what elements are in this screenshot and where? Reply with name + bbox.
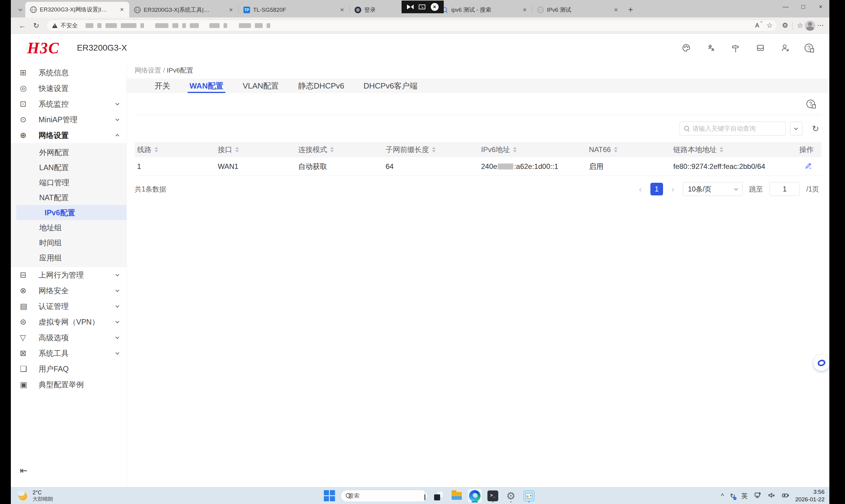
start-button[interactable] [323,489,336,503]
new-tab-button[interactable]: + [628,5,633,15]
network-icon[interactable] [754,491,761,500]
picture-in-picture-icon[interactable]: ↘ [419,4,425,9]
favorite-star-icon[interactable]: ☆ [767,21,773,30]
theme-palette-icon[interactable] [681,43,691,53]
browser-menu-icon[interactable]: ⋯ [817,21,824,30]
current-page-button[interactable]: 1 [650,183,663,195]
browser-tab-3[interactable]: TP TL-SG5820F × [239,2,349,17]
sidebar-item-system-info[interactable]: ⊞ 系统信息 [11,65,126,80]
ime-indicator[interactable]: 英 [741,492,748,500]
minimize-button[interactable]: — [777,0,794,13]
tab-wan-config[interactable]: WAN配置 [190,78,224,93]
sidebar-item-time-group[interactable]: 时间组 [11,235,126,250]
sort-icon[interactable] [330,147,334,152]
extensions-icon[interactable]: ⚙ [782,21,788,30]
column-header-nat66[interactable]: NAT66 [586,142,671,157]
next-page-button[interactable]: › [670,184,676,194]
close-window-button[interactable]: × [812,0,829,13]
help-icon[interactable]: ? [805,44,813,52]
weather-widget[interactable]: 2°C 大部晴朗 [11,489,137,503]
back-button[interactable]: ← [16,20,28,32]
language-switch-icon[interactable] [706,43,716,53]
column-header-link-local[interactable]: 链路本地地址 [671,142,779,157]
sidebar-item-port-management[interactable]: 端口管理 [11,175,126,190]
sidebar-item-system-tools[interactable]: ⊠ 系统工具 [11,345,126,361]
sidebar-item-advanced-options[interactable]: ▽ 高级选项 [11,330,126,345]
skip-media-icon[interactable] [407,4,413,9]
sidebar-item-lan-config[interactable]: LAN配置 [11,160,126,175]
keyword-search-box[interactable] [680,122,786,136]
sidebar-item-auth-management[interactable]: ▤ 认证管理 [11,299,126,314]
keyword-search-input[interactable] [692,125,782,132]
sidebar-item-ipv6-config[interactable]: IPv6配置 [16,205,126,220]
tab-search-button[interactable] [15,4,25,16]
browser-tab-6[interactable]: IPv6 测试 × [532,2,623,17]
sync-status-icon[interactable]: ↻ [730,492,735,500]
page-size-select[interactable]: 10条/页 [683,182,743,196]
assistant-floating-button[interactable] [813,355,830,371]
sidebar-item-network-settings[interactable]: ⊕ 网络设置 [11,127,126,143]
tab-vlan-config[interactable]: VLAN配置 [243,78,279,93]
guide-signpost-icon[interactable] [730,43,741,53]
sidebar-item-miniap[interactable]: ⊙ MiniAP管理 [11,112,126,127]
browser-tab-1[interactable]: ER3200G3-X|网络设置|IPv6配置 × [25,2,129,17]
sort-icon[interactable] [614,147,618,152]
sidebar-item-user-faq[interactable]: ❏ 用户FAQ [11,361,126,377]
tab-static-dhcpv6[interactable]: 静态DHCPv6 [298,78,344,93]
settings-button[interactable]: ⚙ [504,489,518,503]
column-header-ipv6-address[interactable]: IPv6地址 [479,142,586,157]
tab-switch[interactable]: 开关 [155,78,170,93]
sort-icon[interactable] [513,147,517,152]
column-header-prefix-length[interactable]: 子网前缀长度 [383,142,479,157]
sidebar-item-nat-config[interactable]: NAT配置 [11,190,126,205]
column-header-mode[interactable]: 连接模式 [296,142,383,157]
sidebar-item-network-security[interactable]: ⊗ 网络安全 [11,283,126,299]
tab-close-icon[interactable]: × [522,6,528,14]
sort-icon[interactable] [235,147,239,152]
battery-icon[interactable] [781,491,789,500]
browser-tab-2[interactable]: ER3200G3-X|系统工具|网络诊断 × [129,2,238,17]
sidebar-collapse-icon[interactable]: ⇤ [20,465,28,476]
restore-button[interactable]: □ [794,0,812,13]
edge-browser-button[interactable] [468,489,482,503]
prev-page-button[interactable]: ‹ [637,184,644,194]
table-refresh-button[interactable]: ↻ [812,124,819,134]
edit-row-button[interactable] [805,162,812,171]
read-aloud-icon[interactable]: A [755,22,761,29]
collections-icon[interactable]: ☆ [797,21,803,30]
tab-dhcpv6-client[interactable]: DHCPv6客户端 [364,78,418,93]
task-view-button[interactable] [432,489,445,503]
sort-icon[interactable] [432,147,436,152]
security-label[interactable]: 不安全 [60,22,78,30]
sidebar-item-behavior-management[interactable]: ⊟ 上网行为管理 [11,267,126,283]
file-explorer-button[interactable] [450,489,464,503]
tab-close-icon[interactable]: × [228,6,234,14]
terminal-button[interactable]: >_ [486,489,500,503]
taskbar-search-box[interactable] [341,490,427,502]
search-filter-dropdown[interactable] [790,122,803,136]
sidebar-item-typical-examples[interactable]: ▣ 典型配置举例 [11,377,126,392]
breadcrumb-parent[interactable]: 网络设置 [135,67,161,74]
tab-close-icon[interactable]: × [119,6,125,14]
sort-icon[interactable] [720,147,723,152]
tray-overflow-chevron[interactable]: ^ [721,492,724,500]
profile-avatar[interactable] [805,20,815,31]
volume-muted-icon[interactable] [768,491,775,500]
panel-help-icon[interactable]: ? [807,100,815,108]
sidebar-item-wan-config[interactable]: 外网配置 [11,145,126,160]
sidebar-item-system-monitor[interactable]: ⊡ 系统监控 [11,96,126,112]
taskbar-search-input[interactable] [348,492,422,499]
sidebar-item-vpn[interactable]: ⊜ 虚拟专网（VPN） [11,314,126,330]
browser-tab-5[interactable]: ipv6 测试 - 搜索 × [437,2,532,17]
task-manager-button[interactable] [522,489,536,503]
sidebar-item-address-group[interactable]: 地址组 [11,220,126,235]
address-bar[interactable]: 不安全 A ☆ [47,20,777,32]
tab-close-icon[interactable]: × [613,6,619,14]
jump-to-input[interactable] [770,182,800,196]
reload-button[interactable]: ↻ [30,20,42,32]
close-media-icon[interactable]: × [431,3,439,11]
tab-close-icon[interactable]: × [339,6,345,14]
column-header-line[interactable]: 线路 [135,142,215,157]
sidebar-item-quick-setup[interactable]: ◎ 快速设置 [11,80,126,96]
user-account-icon[interactable] [780,43,790,53]
